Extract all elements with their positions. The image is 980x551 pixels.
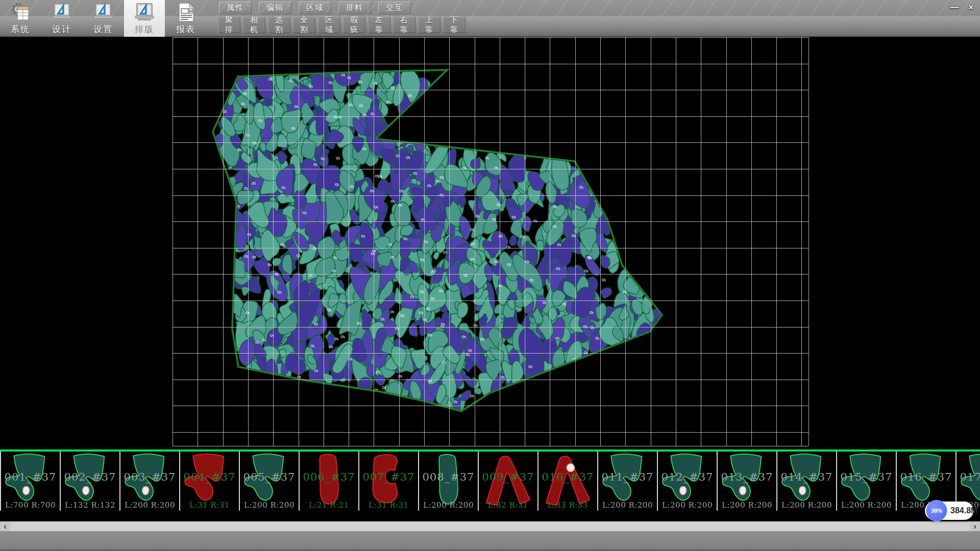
piece-id-label: 015_#37	[837, 471, 896, 483]
minimize-button[interactable]: —	[947, 1, 962, 14]
tab-layout[interactable]: 排版	[124, 0, 165, 37]
piece-id-label: 011_#37	[598, 471, 657, 483]
piece-lr-label: L:31 R:31	[180, 500, 239, 510]
tab-label: 排版	[135, 23, 154, 35]
tool-button-7[interactable]: 左靠	[368, 17, 390, 33]
piece-lr-label: L:200 R:200	[240, 500, 299, 510]
piece-thumbnail-002_#37[interactable]: 002_#37 L:132 R:132	[61, 452, 120, 511]
main-toolbar-tabs: 系统 设计 设置 排版 报表	[0, 0, 207, 37]
design-icon	[51, 2, 72, 23]
tab-settings[interactable]: 设置	[83, 0, 124, 37]
piece-thumbnail-013_#37[interactable]: 013_#37 L:200 R:200	[718, 452, 777, 511]
piece-id-label: 013_#37	[718, 471, 776, 483]
piece-thumbnail-014_#37[interactable]: 014_#37 L:200 R:200	[777, 452, 837, 511]
tab-label: 设计	[52, 23, 71, 35]
menu-button-5[interactable]: 交互	[378, 2, 411, 14]
settings-icon	[92, 2, 114, 23]
piece-lr-label: L:200 R:200	[120, 500, 179, 510]
menu-button-4[interactable]: 排料	[338, 2, 371, 14]
piece-lr-label: L:21 R:21	[300, 500, 358, 510]
scroll-track[interactable]	[10, 521, 970, 531]
piece-id-label: 009_#37	[479, 471, 537, 483]
piece-id-label: 006_#37	[300, 471, 358, 483]
layout-icon	[134, 2, 155, 23]
nesting-canvas[interactable]	[0, 37, 980, 449]
piece-id-label: 001_#37	[1, 471, 60, 483]
piece-lr-label: L:200 R:200	[598, 500, 657, 510]
application-window: 系统 设计 设置 排版 报表 属性编辑区域排料交互 聚排相机选割全割区域瑕疵左靠…	[0, 0, 980, 551]
piece-lr-label: L:200 R:200	[718, 500, 776, 510]
titlebar: 系统 设计 设置 排版 报表 属性编辑区域排料交互 聚排相机选割全割区域瑕疵左靠…	[0, 0, 980, 37]
piece-lr-label: L:200 R:200	[658, 500, 717, 510]
pieces-strip: 001_#37 L:700 R:700 002_#37 L:132 R:132 …	[0, 449, 980, 521]
tool-button-6[interactable]: 瑕疵	[343, 17, 365, 33]
tool-button-4[interactable]: 全割	[293, 17, 315, 33]
tool-button-5[interactable]: 区域	[318, 17, 340, 33]
piece-thumbnail-011_#37[interactable]: 011_#37 L:200 R:200	[598, 452, 658, 511]
piece-thumbnail-008_#37[interactable]: 008_#37 L:200 R:200	[419, 452, 479, 511]
memory-badge[interactable]: 38% 384.8M	[925, 502, 973, 520]
memory-value: 384.8M	[950, 506, 977, 515]
piece-id-label: 012_#37	[658, 471, 717, 483]
scroll-left-arrow[interactable]: ‹	[0, 521, 10, 531]
piece-thumbnail-006_#37[interactable]: 006_#37 L:21 R:21	[300, 452, 359, 511]
piece-id-label: 010_#37	[538, 471, 597, 483]
tab-label: 系统	[11, 23, 30, 35]
menu-button-3[interactable]: 区域	[299, 2, 331, 14]
tab-system[interactable]: 系统	[0, 0, 41, 37]
piece-lr-label: L:33 R:33	[538, 500, 597, 510]
piece-thumbnail-012_#37[interactable]: 012_#37 L:200 R:200	[658, 452, 718, 511]
tool-button-3[interactable]: 选割	[268, 17, 290, 33]
tool-button-9[interactable]: 上靠	[418, 17, 440, 33]
scroll-right-arrow[interactable]: ›	[970, 521, 980, 531]
piece-thumbnail-005_#37[interactable]: 005_#37 L:200 R:200	[240, 452, 300, 511]
piece-thumbnail-003_#37[interactable]: 003_#37 L:200 R:200	[120, 452, 180, 511]
piece-id-label: 017_#37	[957, 471, 980, 483]
tab-report[interactable]: 报表	[165, 0, 206, 37]
piece-thumbnail-001_#37[interactable]: 001_#37 L:700 R:700	[1, 452, 61, 511]
window-controls: — ×	[946, 1, 978, 14]
statusbar	[0, 531, 980, 551]
menu-button-2[interactable]: 编辑	[259, 2, 291, 14]
pieces-strip-cells: 001_#37 L:700 R:700 002_#37 L:132 R:132 …	[0, 452, 980, 511]
piece-id-label: 007_#37	[359, 471, 418, 483]
tool-row: 聚排相机选割全割区域瑕疵左靠右靠上靠下靠	[218, 17, 468, 33]
horizontal-scrollbar[interactable]: ‹ ›	[0, 521, 980, 531]
percent-indicator: 38%	[926, 500, 947, 521]
tool-button-8[interactable]: 右靠	[393, 17, 415, 33]
tool-button-1[interactable]: 聚排	[218, 17, 240, 33]
report-icon	[175, 2, 197, 23]
tab-label: 设置	[93, 23, 113, 35]
piece-id-label: 014_#37	[777, 471, 836, 483]
piece-lr-label: L:31 R:31	[359, 500, 418, 510]
tool-button-10[interactable]: 下靠	[443, 17, 465, 33]
piece-thumbnail-007_#37[interactable]: 007_#37 L:31 R:31	[359, 452, 419, 511]
piece-thumbnail-009_#37[interactable]: 009_#37 L:32 R:31	[479, 452, 538, 511]
piece-id-label: 005_#37	[240, 471, 299, 483]
piece-lr-label: L:132 R:132	[61, 500, 119, 510]
piece-thumbnail-004_#37[interactable]: 004_#37 L:31 R:31	[180, 452, 240, 511]
piece-lr-label: L:200 R:200	[837, 500, 896, 510]
piece-thumbnail-010_#37[interactable]: 010_#37 L:33 R:33	[538, 452, 598, 511]
menu-row: 属性编辑区域排料交互	[219, 2, 418, 14]
percent-value: 38%	[931, 508, 942, 514]
piece-lr-label: L:700 R:700	[1, 500, 60, 510]
system-icon	[10, 2, 31, 23]
nesting-viewport[interactable]	[0, 37, 980, 449]
tool-button-2[interactable]: 相机	[243, 17, 265, 33]
piece-id-label: 003_#37	[120, 471, 179, 483]
tab-design[interactable]: 设计	[41, 0, 82, 37]
piece-id-label: 008_#37	[419, 471, 478, 483]
menu-button-1[interactable]: 属性	[219, 2, 252, 14]
tab-label: 报表	[176, 23, 195, 35]
piece-id-label: 004_#37	[180, 471, 239, 483]
piece-thumbnail-015_#37[interactable]: 015_#37 L:200 R:200	[837, 452, 897, 511]
piece-id-label: 016_#37	[897, 471, 955, 483]
piece-lr-label: L:32 R:31	[479, 500, 537, 510]
close-button[interactable]: ×	[963, 1, 978, 14]
piece-id-label: 002_#37	[61, 471, 119, 483]
piece-lr-label: L:200 R:200	[419, 500, 478, 510]
piece-lr-label: L:200 R:200	[777, 500, 836, 510]
